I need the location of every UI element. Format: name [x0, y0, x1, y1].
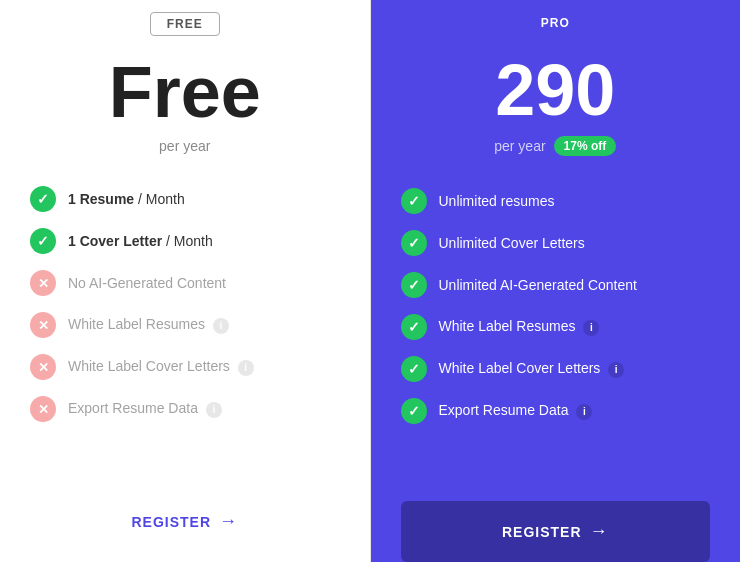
check-icon	[401, 356, 427, 382]
cross-icon	[30, 270, 56, 296]
list-item: Export Resume Data i	[30, 388, 340, 430]
list-item: Export Resume Data i	[401, 390, 711, 432]
free-badge: FREE	[150, 12, 220, 36]
check-icon	[401, 188, 427, 214]
feature-label: No AI-Generated Content	[68, 275, 226, 291]
pro-register-section: REGISTER →	[401, 501, 711, 562]
info-icon[interactable]: i	[213, 318, 229, 334]
info-icon[interactable]: i	[238, 360, 254, 376]
list-item: White Label Resumes i	[401, 306, 711, 348]
free-price: Free	[109, 56, 261, 128]
pro-register-button[interactable]: REGISTER →	[401, 501, 711, 562]
pro-badge: PRO	[525, 12, 586, 34]
feature-label: 1 Resume / Month	[68, 191, 185, 207]
list-item: White Label Cover Letters i	[30, 346, 340, 388]
list-item: 1 Cover Letter / Month	[30, 220, 340, 262]
check-icon	[401, 398, 427, 424]
pro-features-list: Unlimited resumes Unlimited Cover Letter…	[401, 180, 711, 432]
feature-label: White Label Cover Letters i	[439, 360, 625, 378]
list-item: Unlimited resumes	[401, 180, 711, 222]
list-item: No AI-Generated Content	[30, 262, 340, 304]
register-arrow-icon: →	[590, 521, 609, 542]
pro-price: 290	[495, 54, 615, 126]
pro-per-year: per year 17% off	[494, 136, 616, 156]
list-item: 1 Resume / Month	[30, 178, 340, 220]
cross-icon	[30, 312, 56, 338]
free-per-year: per year	[159, 138, 210, 154]
check-icon	[401, 272, 427, 298]
feature-label: White Label Resumes i	[68, 316, 229, 334]
feature-label: Unlimited resumes	[439, 193, 555, 209]
free-plan-card: FREE Free per year 1 Resume / Month 1 Co…	[0, 0, 370, 562]
feature-label: White Label Cover Letters i	[68, 358, 254, 376]
list-item: Unlimited Cover Letters	[401, 222, 711, 264]
free-register-button[interactable]: REGISTER →	[131, 511, 238, 532]
check-icon	[401, 230, 427, 256]
check-icon	[30, 186, 56, 212]
info-icon[interactable]: i	[206, 402, 222, 418]
cross-icon	[30, 396, 56, 422]
check-icon	[30, 228, 56, 254]
feature-label: Unlimited Cover Letters	[439, 235, 585, 251]
feature-label: Export Resume Data i	[439, 402, 593, 420]
check-icon	[401, 314, 427, 340]
list-item: White Label Cover Letters i	[401, 348, 711, 390]
info-icon[interactable]: i	[576, 404, 592, 420]
feature-label: Export Resume Data i	[68, 400, 222, 418]
register-arrow-icon: →	[219, 511, 238, 532]
info-icon[interactable]: i	[608, 362, 624, 378]
feature-label: White Label Resumes i	[439, 318, 600, 336]
cross-icon	[30, 354, 56, 380]
discount-badge: 17% off	[554, 136, 617, 156]
info-icon[interactable]: i	[583, 320, 599, 336]
register-label: REGISTER	[131, 514, 211, 530]
feature-label: Unlimited AI-Generated Content	[439, 277, 637, 293]
free-features-list: 1 Resume / Month 1 Cover Letter / Month …	[30, 178, 340, 430]
feature-label: 1 Cover Letter / Month	[68, 233, 213, 249]
list-item: Unlimited AI-Generated Content	[401, 264, 711, 306]
list-item: White Label Resumes i	[30, 304, 340, 346]
register-label: REGISTER	[502, 524, 582, 540]
pro-plan-card: PRO 290 per year 17% off Unlimited resum…	[371, 0, 741, 562]
free-register-section: REGISTER →	[30, 491, 340, 562]
